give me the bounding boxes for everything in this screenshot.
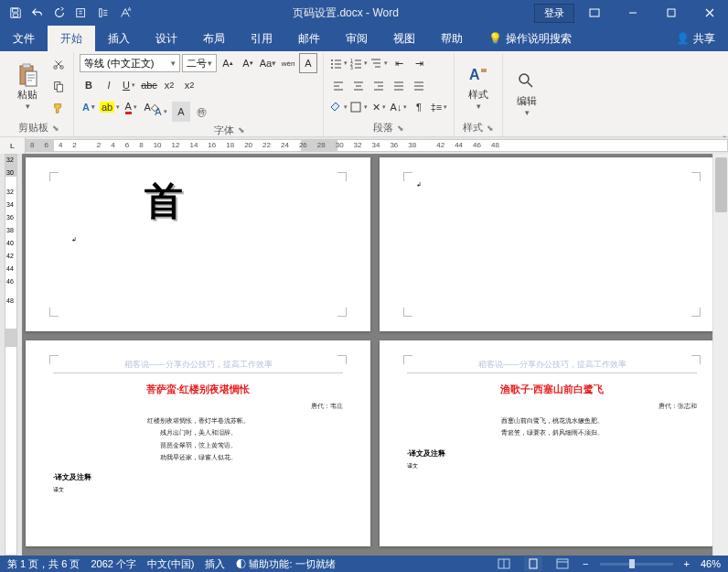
tab-home[interactable]: 开始 bbox=[48, 26, 95, 51]
asian-layout-icon[interactable]: ✕ bbox=[369, 97, 388, 117]
status-insert[interactable]: 插入 bbox=[205, 557, 225, 571]
web-layout-icon[interactable] bbox=[553, 556, 572, 571]
save-icon[interactable] bbox=[5, 3, 26, 23]
decrease-indent-icon[interactable]: ⇤ bbox=[390, 53, 408, 73]
tab-selector[interactable]: L bbox=[0, 137, 26, 154]
styles-button[interactable]: A 样式 ▾ bbox=[460, 62, 497, 111]
line-spacing-icon[interactable]: ‡≡ bbox=[430, 97, 448, 117]
dialog-launcher-icon[interactable]: ⬊ bbox=[487, 124, 494, 133]
tab-file[interactable]: 文件 bbox=[0, 26, 48, 51]
bold-icon[interactable]: B bbox=[80, 75, 98, 95]
underline-icon[interactable]: U bbox=[120, 75, 138, 95]
share-button[interactable]: 👤共享 bbox=[663, 26, 728, 51]
zoom-out-icon[interactable]: − bbox=[583, 558, 588, 569]
show-marks-icon[interactable]: ¶ bbox=[410, 97, 428, 117]
zoom-slider[interactable] bbox=[600, 563, 673, 566]
qat-icon-3[interactable]: A bbox=[115, 3, 135, 23]
section-title: ·译文及注释 bbox=[407, 448, 697, 459]
numbering-icon[interactable]: 123 bbox=[349, 53, 368, 73]
page-1[interactable]: 首 ↲ bbox=[26, 157, 370, 331]
ribbon-display-icon[interactable] bbox=[576, 0, 613, 26]
format-painter-icon[interactable] bbox=[49, 98, 68, 118]
highlight-icon[interactable]: ab bbox=[100, 97, 120, 117]
paragraph-group-label: 段落 bbox=[373, 121, 393, 135]
status-page[interactable]: 第 1 页，共 6 页 bbox=[7, 557, 80, 571]
bullets-icon[interactable] bbox=[329, 53, 348, 73]
page-body: 红楼别夜堪惆怅，香灯半卷流苏帐。残月出门时，美人和泪辞。琵琶金翠羽，弦上黄莺语。… bbox=[53, 415, 343, 463]
multilevel-list-icon[interactable] bbox=[369, 53, 388, 73]
qat-icon-2[interactable] bbox=[93, 3, 113, 23]
font-name-select[interactable]: 等线 (中文正文)▾ bbox=[80, 54, 180, 72]
print-layout-icon[interactable] bbox=[524, 556, 542, 571]
close-icon[interactable] bbox=[691, 0, 728, 26]
editing-button[interactable]: 编辑 ▾ bbox=[509, 69, 545, 117]
paste-button[interactable]: 粘贴 ▾ bbox=[9, 62, 46, 111]
shading-icon[interactable] bbox=[329, 97, 348, 117]
tab-review[interactable]: 审阅 bbox=[333, 26, 380, 51]
enclose-char-icon[interactable]: ㊕ bbox=[192, 102, 210, 122]
increase-font-icon[interactable]: A▴ bbox=[219, 53, 237, 73]
tell-me[interactable]: 💡操作说明搜索 bbox=[476, 26, 584, 51]
borders-icon[interactable] bbox=[349, 97, 368, 117]
page-2[interactable]: ↲ bbox=[380, 157, 724, 331]
tab-mailings[interactable]: 邮件 bbox=[285, 26, 333, 51]
increase-indent-icon[interactable]: ⇥ bbox=[410, 53, 428, 73]
minimize-icon[interactable] bbox=[615, 0, 651, 26]
svg-rect-4 bbox=[668, 9, 675, 16]
align-right-icon[interactable] bbox=[369, 75, 388, 95]
char-border-icon[interactable]: A bbox=[299, 53, 317, 73]
tab-references[interactable]: 引用 bbox=[238, 26, 285, 51]
zoom-in-icon[interactable]: + bbox=[684, 558, 690, 569]
tab-view[interactable]: 视图 bbox=[380, 26, 428, 51]
align-left-icon[interactable] bbox=[329, 75, 348, 95]
dialog-launcher-icon[interactable]: ⬊ bbox=[52, 124, 59, 133]
tab-layout[interactable]: 布局 bbox=[190, 26, 238, 51]
font-size-select[interactable]: 二号▾ bbox=[182, 54, 217, 72]
font-color-icon[interactable]: A bbox=[122, 97, 140, 117]
status-words[interactable]: 2062 个字 bbox=[91, 557, 136, 571]
dialog-launcher-icon[interactable]: ⬊ bbox=[397, 124, 404, 133]
page-4[interactable]: 稻客说——分享办公技巧，提高工作效率 渔歌子·西塞山前白鹭飞 唐代：张志和 西塞… bbox=[380, 340, 724, 546]
dialog-launcher-icon[interactable]: ⬊ bbox=[238, 125, 245, 135]
char-scaling-icon[interactable]: A bbox=[152, 102, 170, 122]
page-title: 菩萨蛮·红楼别夜堪惆怅 bbox=[53, 383, 343, 396]
decrease-font-icon[interactable]: A▾ bbox=[239, 53, 257, 73]
qat-icon-1[interactable] bbox=[71, 3, 91, 23]
italic-icon[interactable]: I bbox=[100, 75, 118, 95]
status-accessibility[interactable]: ◐ 辅助功能: 一切就绪 bbox=[236, 557, 335, 571]
copy-icon[interactable] bbox=[49, 76, 68, 96]
superscript-icon[interactable]: x2 bbox=[180, 75, 198, 95]
zoom-level[interactable]: 46% bbox=[701, 558, 721, 569]
status-lang[interactable]: 中文(中国) bbox=[147, 557, 194, 571]
svg-rect-11 bbox=[57, 84, 62, 92]
horizontal-ruler[interactable]: 8642246810121416182022242628303234363842… bbox=[26, 139, 728, 152]
page-title: 渔歌子·西塞山前白鹭飞 bbox=[407, 383, 697, 396]
text-effects-icon[interactable]: A bbox=[80, 97, 98, 117]
change-case-icon[interactable]: Aa▾ bbox=[259, 53, 277, 73]
tab-design[interactable]: 设计 bbox=[143, 26, 190, 51]
page-header: 稻客说——分享办公技巧，提高工作效率 bbox=[407, 359, 697, 373]
page-3[interactable]: 稻客说——分享办公技巧，提高工作效率 菩萨蛮·红楼别夜堪惆怅 唐代：韦庄 红楼别… bbox=[26, 340, 370, 546]
align-center-icon[interactable] bbox=[349, 75, 368, 95]
styles-group-label: 样式 bbox=[463, 121, 483, 135]
page1-big-char: 首 bbox=[145, 176, 343, 227]
char-shading-icon[interactable]: A bbox=[172, 102, 190, 122]
login-button[interactable]: 登录 bbox=[534, 4, 574, 23]
phonetic-guide-icon[interactable]: wén bbox=[279, 53, 297, 73]
qat-customize-icon[interactable] bbox=[137, 3, 157, 23]
align-justify-icon[interactable] bbox=[390, 75, 408, 95]
sort-icon[interactable]: A↓ bbox=[390, 97, 408, 117]
undo-icon[interactable] bbox=[27, 3, 48, 23]
tab-insert[interactable]: 插入 bbox=[95, 26, 143, 51]
strikethrough-icon[interactable]: abc bbox=[140, 75, 158, 95]
tab-help[interactable]: 帮助 bbox=[428, 26, 476, 51]
vertical-scrollbar[interactable] bbox=[712, 154, 728, 556]
maximize-icon[interactable] bbox=[653, 0, 690, 26]
align-distributed-icon[interactable] bbox=[410, 75, 428, 95]
chevron-down-icon: ▾ bbox=[26, 102, 30, 111]
read-mode-icon[interactable] bbox=[495, 556, 513, 571]
cut-icon[interactable] bbox=[49, 54, 68, 74]
subscript-icon[interactable]: x2 bbox=[160, 75, 178, 95]
redo-icon[interactable] bbox=[49, 3, 70, 23]
vertical-ruler[interactable]: 3230323436384042444648 bbox=[0, 154, 22, 556]
